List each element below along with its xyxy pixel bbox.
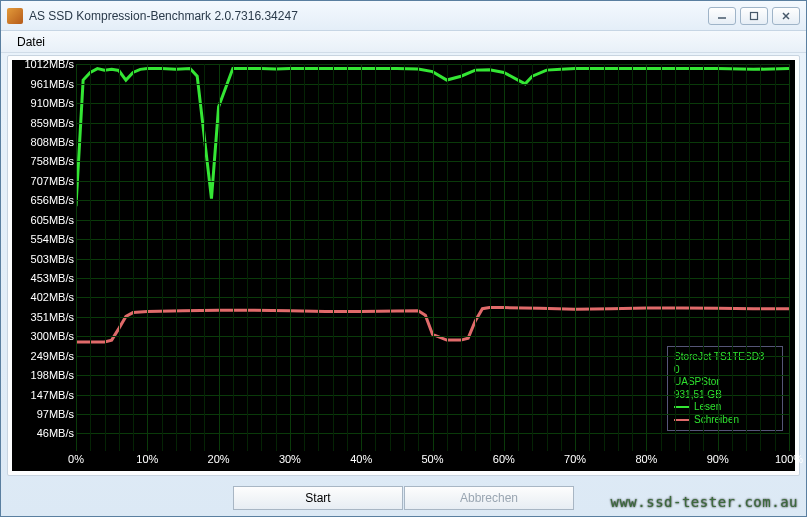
gridline-vertical-minor <box>475 64 476 451</box>
gridline-vertical-minor <box>703 64 704 451</box>
gridline-vertical-minor <box>760 64 761 451</box>
abort-button[interactable]: Abbrechen <box>404 486 574 510</box>
x-axis-label: 30% <box>279 451 301 465</box>
y-axis-label: 554MB/s <box>31 233 76 245</box>
y-axis-label: 859MB/s <box>31 117 76 129</box>
x-axis-label: 90% <box>707 451 729 465</box>
legend-read-swatch <box>674 406 690 408</box>
gridline-vertical-minor <box>404 64 405 451</box>
gridline-vertical <box>433 64 434 451</box>
gridline-vertical <box>504 64 505 451</box>
gridline-vertical-minor <box>90 64 91 451</box>
gridline-vertical-minor <box>261 64 262 451</box>
gridline-vertical-minor <box>490 64 491 451</box>
gridline-vertical-minor <box>105 64 106 451</box>
y-axis-label: 97MB/s <box>37 408 76 420</box>
y-axis-label: 249MB/s <box>31 350 76 362</box>
gridline-vertical-minor <box>775 64 776 451</box>
gridline-vertical-minor <box>532 64 533 451</box>
gridline-vertical-minor <box>561 64 562 451</box>
gridline-vertical-minor <box>632 64 633 451</box>
x-axis-label: 100% <box>775 451 803 465</box>
minimize-button[interactable] <box>708 7 736 25</box>
gridline-vertical-minor <box>518 64 519 451</box>
y-axis-label: 453MB/s <box>31 272 76 284</box>
app-icon <box>7 8 23 24</box>
gridline-vertical-minor <box>133 64 134 451</box>
y-axis-label: 910MB/s <box>31 97 76 109</box>
gridline-vertical <box>789 64 790 451</box>
y-axis-label: 707MB/s <box>31 175 76 187</box>
gridline-vertical-minor <box>689 64 690 451</box>
gridline-vertical <box>76 64 77 451</box>
window-controls <box>708 7 800 25</box>
content-panel: StoreJet TS1TESD3 0 UASPStor 931,51 GB L… <box>7 55 800 476</box>
y-axis-label: 503MB/s <box>31 253 76 265</box>
x-axis-label: 60% <box>493 451 515 465</box>
svg-rect-1 <box>751 12 758 19</box>
x-axis-label: 70% <box>564 451 586 465</box>
gridline-vertical-minor <box>675 64 676 451</box>
maximize-button[interactable] <box>740 7 768 25</box>
gridline-vertical <box>290 64 291 451</box>
gridline-vertical <box>718 64 719 451</box>
window-title: AS SSD Kompression-Benchmark 2.0.7316.34… <box>29 9 708 23</box>
menu-bar: Datei <box>1 31 806 53</box>
menu-datei[interactable]: Datei <box>9 33 53 51</box>
gridline-vertical-minor <box>119 64 120 451</box>
gridline-vertical-minor <box>390 64 391 451</box>
x-axis-label: 0% <box>68 451 84 465</box>
y-axis-label: 961MB/s <box>31 78 76 90</box>
close-button[interactable] <box>772 7 800 25</box>
gridline-vertical-minor <box>276 64 277 451</box>
legend-box: StoreJet TS1TESD3 0 UASPStor 931,51 GB L… <box>667 346 783 431</box>
gridline-vertical-minor <box>732 64 733 451</box>
gridline-vertical-minor <box>746 64 747 451</box>
y-axis-label: 300MB/s <box>31 330 76 342</box>
x-axis-label: 10% <box>136 451 158 465</box>
y-axis-label: 351MB/s <box>31 311 76 323</box>
gridline-vertical-minor <box>162 64 163 451</box>
gridline-vertical-minor <box>618 64 619 451</box>
gridline-vertical-minor <box>190 64 191 451</box>
y-axis-label: 605MB/s <box>31 214 76 226</box>
gridline-vertical-minor <box>418 64 419 451</box>
y-axis-label: 808MB/s <box>31 136 76 148</box>
gridline-vertical-minor <box>347 64 348 451</box>
x-axis-label: 40% <box>350 451 372 465</box>
maximize-icon <box>749 11 759 21</box>
y-axis-label: 758MB/s <box>31 155 76 167</box>
y-axis-label: 147MB/s <box>31 389 76 401</box>
plot-area: StoreJet TS1TESD3 0 UASPStor 931,51 GB L… <box>76 64 789 451</box>
legend-write-swatch <box>674 419 690 421</box>
gridline-vertical-minor <box>333 64 334 451</box>
gridline-vertical <box>219 64 220 451</box>
gridline-vertical-minor <box>176 64 177 451</box>
y-axis-label: 656MB/s <box>31 194 76 206</box>
gridline-vertical-minor <box>318 64 319 451</box>
gridline-vertical-minor <box>233 64 234 451</box>
watermark: www.ssd-tester.com.au <box>610 494 798 510</box>
x-axis-label: 50% <box>421 451 443 465</box>
y-axis-label: 198MB/s <box>31 369 76 381</box>
gridline-vertical <box>575 64 576 451</box>
title-bar: AS SSD Kompression-Benchmark 2.0.7316.34… <box>1 1 806 31</box>
start-button[interactable]: Start <box>233 486 403 510</box>
gridline-vertical <box>147 64 148 451</box>
x-axis-label: 20% <box>208 451 230 465</box>
app-window: AS SSD Kompression-Benchmark 2.0.7316.34… <box>0 0 807 517</box>
gridline-vertical-minor <box>661 64 662 451</box>
gridline-vertical-minor <box>447 64 448 451</box>
minimize-icon <box>717 11 727 21</box>
y-axis-label: 1012MB/s <box>24 58 76 70</box>
gridline-vertical-minor <box>247 64 248 451</box>
chart-area: StoreJet TS1TESD3 0 UASPStor 931,51 GB L… <box>12 60 795 471</box>
gridline-vertical-minor <box>375 64 376 451</box>
gridline-vertical-minor <box>304 64 305 451</box>
x-axis-label: 80% <box>635 451 657 465</box>
gridline-vertical-minor <box>204 64 205 451</box>
gridline-vertical-minor <box>461 64 462 451</box>
gridline-vertical-minor <box>547 64 548 451</box>
y-axis-label: 46MB/s <box>37 427 76 439</box>
gridline-vertical <box>646 64 647 451</box>
